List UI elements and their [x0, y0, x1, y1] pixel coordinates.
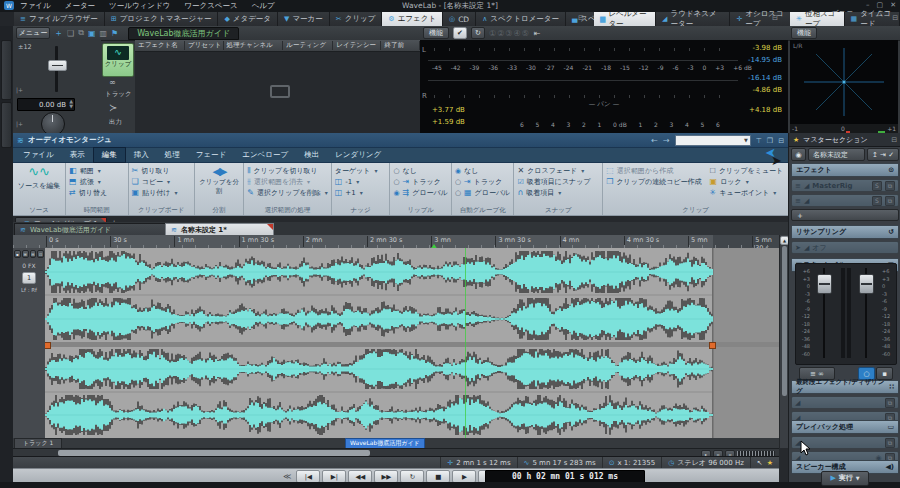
preset-tools[interactable]: ↥ ⇥ ✓ — [867, 148, 899, 161]
clip-handle-left[interactable] — [45, 342, 51, 349]
trim-clip-button[interactable]: ⫴クリップを切り取り — [247, 165, 328, 176]
bypass-chip[interactable]: ⧉ — [885, 181, 895, 191]
cut-button[interactable]: ✂切り取り — [132, 165, 191, 176]
nudge-plus-button[interactable]: ◫+1▾ — [335, 187, 387, 198]
snap-to-magnets-checkbox[interactable]: ☑吸着項目にスナップ — [517, 176, 599, 187]
render-button[interactable]: ▶ 実行 ▼ — [821, 471, 869, 486]
track-menu-icon[interactable]: ▪ — [14, 250, 21, 258]
gain-fader-handle[interactable] — [48, 60, 67, 71]
panel-options-icon[interactable]: ⊟ — [772, 14, 778, 22]
clip-handle-right[interactable] — [709, 342, 716, 349]
nudge-target-button[interactable]: ターゲット▾ — [335, 165, 387, 176]
cue-point-button[interactable]: ✳キューポイント▾ — [710, 187, 784, 198]
track-number-button[interactable]: 1 — [22, 272, 36, 284]
track-fold-icon[interactable]: ⊞ — [22, 250, 29, 258]
ribbon-tab[interactable]: フェード — [188, 148, 235, 162]
ribbon-tab[interactable]: 処理 — [157, 148, 188, 162]
nudge-minus-button[interactable]: ◫-1▾ — [335, 176, 387, 187]
stepper-icons[interactable]: ▲▼ — [69, 99, 73, 109]
ripple-none-radio[interactable]: ○なし — [393, 165, 447, 176]
magnet-items-button[interactable]: ∩吸着項目▾ — [517, 187, 599, 198]
create-from-selection-button[interactable]: ⬚選択範囲から作成 — [606, 165, 701, 176]
collapse-button[interactable]: ≪ — [283, 472, 291, 481]
track-more-icon[interactable]: ⊡ — [37, 250, 44, 258]
restore-icon[interactable]: ▢ — [877, 1, 884, 9]
tool-tab[interactable]: ✳位相スコープ — [790, 12, 845, 26]
minimize-icon[interactable]: – — [866, 1, 870, 9]
forward-icon[interactable]: → — [663, 136, 670, 145]
track-mode-icon[interactable]: ⊟ — [30, 250, 37, 258]
ribbon-tab[interactable]: 編集 — [93, 147, 126, 163]
star-icon[interactable]: ★ — [767, 459, 773, 467]
range-button[interactable]: ◧範囲▾ — [69, 165, 125, 176]
effect-column-header[interactable]: ルーティング — [283, 41, 333, 50]
ribbon-tab[interactable]: 挿入 — [126, 148, 157, 162]
playback-header[interactable]: プレイバック処理▭ — [791, 420, 899, 434]
effects-menu-button[interactable]: メニュー — [16, 27, 50, 39]
delete-selected-clip-button[interactable]: ✎選択クリップを削除▾ — [247, 187, 328, 198]
waveform-area[interactable] — [45, 248, 779, 438]
autogroup-track-radio[interactable]: ○⇥トラック — [455, 176, 511, 187]
track-fx-count[interactable]: 0 FX — [13, 262, 45, 269]
tool-tab[interactable]: ◆メタデータ — [218, 12, 278, 26]
tool-tab[interactable]: ◎CD — [443, 12, 476, 26]
options-icon[interactable]: ⊟ — [891, 136, 897, 144]
check-icon[interactable]: ✔ — [453, 27, 467, 39]
add-effect-button[interactable]: ＋ — [791, 209, 899, 221]
autogroup-global-radio[interactable]: ○▦グローバル — [455, 187, 511, 198]
panel-options-icon[interactable]: ⊟ — [578, 14, 584, 22]
bypass-chip[interactable]: ⧉ — [885, 438, 895, 448]
bypass-chip[interactable]: ⧉ — [885, 398, 895, 408]
lock-button[interactable]: ▣ロック▾ — [710, 176, 784, 187]
bypass-chip[interactable]: ⧉ — [885, 196, 895, 206]
resampling-section-header[interactable]: リサンプリング↺ — [791, 225, 899, 239]
solo-chip[interactable]: S — [872, 181, 882, 191]
paste-button[interactable]: ▣貼り付け▾ — [132, 187, 191, 198]
pin-icon[interactable]: ⊤ — [756, 137, 762, 145]
close-icon[interactable]: ✕ — [890, 1, 896, 9]
extend-button[interactable]: ⬒拡張▾ — [69, 176, 125, 187]
effects-section-header[interactable]: エフェクト⊙ — [791, 163, 899, 177]
gain-value-field[interactable]: 0.00 dB ▲▼ — [17, 98, 75, 111]
split-clip-button[interactable]: ◀▶ クリップを分割 — [198, 165, 240, 196]
copy-button[interactable]: ❏コピー▾ — [132, 176, 191, 187]
chain-output-label[interactable]: 出力 — [109, 118, 122, 127]
timeline-ruler[interactable]: 0 s30 s1 mn1 mn 30 s2 mn2 mn 30 s3 mn3 m… — [13, 235, 779, 249]
ripple-track-radio[interactable]: ○⇥トラック — [393, 176, 447, 187]
effect-column-header[interactable]: エフェクト名 — [135, 41, 185, 50]
chain-track-label[interactable]: トラック — [105, 90, 132, 99]
tool-tab[interactable]: ⚙エフェクト — [382, 12, 443, 26]
final-stage-header[interactable]: 最終段エフェクト/ディザリング∷ — [791, 380, 899, 394]
meter-function-button[interactable]: 機能 — [423, 27, 449, 39]
tool-tab[interactable]: ✛オシロスコープ — [730, 12, 793, 26]
resampling-slot[interactable]: ➤◢ オフ — [791, 241, 899, 254]
power-icon[interactable]: ◉ — [791, 148, 806, 161]
folder-icon[interactable]: ▣ — [88, 29, 96, 38]
rail-tab[interactable] — [1, 102, 12, 148]
preset-slot-icons[interactable]: ①②③④⑤ — [489, 29, 530, 38]
preset-name-button[interactable]: 名称未設定 — [808, 148, 865, 161]
tool-tab[interactable]: ▆レベルメーター — [594, 12, 656, 26]
ribbon-tab[interactable]: レンダリング — [327, 148, 389, 162]
options-icon[interactable]: ⊟ — [778, 137, 784, 145]
effect-column-header[interactable]: プリセット — [185, 41, 224, 50]
effect-column-header[interactable]: 終了前 — [381, 41, 420, 50]
pointer-icon[interactable]: ↖ — [757, 459, 763, 467]
back-icon[interactable]: ← — [651, 136, 658, 145]
tool-tab[interactable]: ∧スペクトロメーター — [476, 12, 566, 26]
effect-column-header[interactable]: レイテンシー — [333, 41, 381, 50]
reset-peaks-icon[interactable]: ⇤ — [534, 29, 541, 38]
phase-function-button[interactable]: 機能 — [791, 27, 817, 39]
paste-icon[interactable]: ⧉ — [78, 28, 84, 38]
tool-tab[interactable]: ▼マーカー — [278, 12, 330, 26]
erase-selection-button[interactable]: ⫵選択範囲を消去▾ — [247, 176, 328, 187]
effect-slot-1[interactable]: ≡◢ MasterRig S ⧉ — [791, 179, 899, 192]
playback-slot-1[interactable]: ◢⧉ — [791, 436, 899, 449]
ribbon-tab[interactable]: エンベロープ — [234, 148, 296, 162]
chain-clip-button[interactable]: ∿ クリップ — [102, 43, 134, 77]
master-fader-l-handle[interactable] — [817, 274, 832, 294]
panel-options-icon[interactable]: ⊟ — [892, 14, 898, 22]
autogroup-none-radio[interactable]: ◉なし — [455, 165, 511, 176]
final-slot-1[interactable]: ◢⧉ — [791, 396, 899, 409]
ripple-global-radio[interactable]: ◉⇶グローバル — [393, 187, 447, 198]
